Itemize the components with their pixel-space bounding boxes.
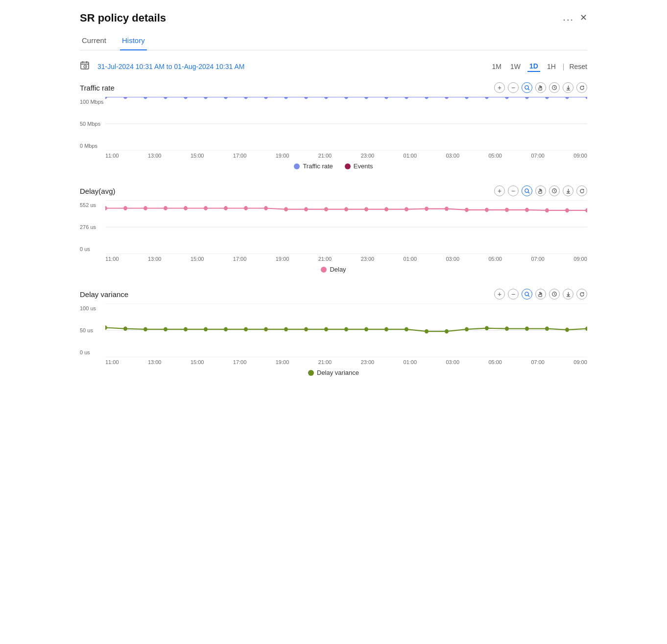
- svg-point-54: [105, 206, 107, 210]
- x-label: 01:00: [404, 153, 417, 159]
- svg-point-35: [445, 97, 449, 99]
- legend-item: Delay: [321, 266, 346, 273]
- chart-section-delay-avg: Delay(avg)+−552 us276 us0 us11:0013:0015…: [80, 185, 587, 273]
- time-button-traffic-rate[interactable]: [549, 82, 560, 93]
- x-label: 17:00: [233, 359, 247, 365]
- svg-line-84: [554, 294, 555, 295]
- x-label: 09:00: [573, 256, 587, 262]
- svg-point-23: [204, 97, 208, 99]
- legend-item: Delay variance: [308, 369, 359, 376]
- x-label: 15:00: [191, 359, 204, 365]
- x-label: 17:00: [233, 256, 247, 262]
- svg-point-73: [485, 207, 489, 212]
- magnify-button-delay-variance[interactable]: [522, 289, 532, 299]
- y-label: 0 us: [80, 246, 105, 252]
- download-button-delay-avg[interactable]: [563, 185, 573, 196]
- svg-point-66: [344, 207, 348, 211]
- svg-point-91: [123, 326, 127, 331]
- preset-1h[interactable]: 1H: [545, 62, 558, 71]
- x-label: 07:00: [531, 153, 545, 159]
- chart-controls-delay-variance: +−: [494, 289, 587, 299]
- zoom-in-button-delay-avg[interactable]: +: [494, 185, 505, 196]
- svg-point-59: [204, 206, 208, 210]
- tab-current[interactable]: Current: [80, 32, 108, 50]
- svg-point-77: [565, 208, 569, 213]
- zoom-out-button-delay-avg[interactable]: −: [508, 185, 519, 196]
- pan-button-traffic-rate[interactable]: [535, 82, 546, 93]
- x-label: 05:00: [488, 153, 502, 159]
- legend-item: Traffic rate: [294, 162, 333, 170]
- y-axis-traffic-rate: 100 Mbps50 Mbps0 Mbps: [80, 97, 105, 151]
- svg-point-43: [524, 188, 528, 192]
- svg-point-69: [405, 207, 408, 211]
- svg-point-110: [505, 326, 509, 331]
- time-button-delay-avg[interactable]: [549, 185, 560, 196]
- x-label: 23:00: [361, 153, 375, 159]
- magnify-button-traffic-rate[interactable]: [522, 82, 532, 93]
- svg-line-8: [528, 89, 529, 90]
- svg-point-70: [425, 207, 429, 211]
- chart-area-delay-variance: 100 us50 us0 us: [80, 303, 587, 357]
- svg-point-75: [525, 207, 529, 212]
- preset-1m[interactable]: 1M: [490, 62, 503, 71]
- svg-point-37: [485, 97, 489, 99]
- legend-label: Events: [354, 162, 373, 170]
- chart-header-delay-variance: Delay variance+−: [80, 289, 587, 299]
- legend-label: Traffic rate: [303, 162, 333, 170]
- panel-actions: ... ✕: [563, 12, 587, 23]
- x-label: 11:00: [105, 359, 119, 365]
- magnify-button-delay-avg[interactable]: [522, 185, 532, 196]
- refresh-button-delay-variance[interactable]: [576, 289, 587, 299]
- svg-point-79: [524, 292, 528, 295]
- refresh-button-delay-avg[interactable]: [576, 185, 587, 196]
- more-icon[interactable]: ...: [563, 12, 574, 23]
- svg-line-80: [528, 295, 529, 297]
- chart-svg-delay-avg: [105, 200, 587, 254]
- x-label: 03:00: [446, 256, 460, 262]
- svg-point-18: [105, 97, 107, 99]
- svg-point-64: [304, 207, 308, 211]
- tab-history[interactable]: History: [120, 32, 147, 50]
- download-button-traffic-rate[interactable]: [563, 82, 573, 93]
- svg-point-67: [364, 207, 368, 211]
- svg-point-58: [184, 206, 188, 210]
- download-button-delay-variance[interactable]: [563, 289, 573, 299]
- svg-point-107: [445, 329, 449, 334]
- panel-title: SR policy details: [80, 12, 166, 24]
- reset-button[interactable]: Reset: [569, 63, 587, 70]
- zoom-in-button-traffic-rate[interactable]: +: [494, 82, 505, 93]
- preset-1d[interactable]: 1D: [527, 61, 540, 72]
- svg-point-96: [224, 327, 228, 331]
- svg-point-95: [204, 327, 208, 331]
- preset-1w[interactable]: 1W: [508, 62, 523, 71]
- time-range-text[interactable]: 31-Jul-2024 10:31 AM to 01-Aug-2024 10:3…: [97, 63, 244, 70]
- chart-legend-delay-avg: Delay: [80, 266, 587, 273]
- pan-button-delay-variance[interactable]: [535, 289, 546, 299]
- x-label: 05:00: [488, 256, 502, 262]
- close-icon[interactable]: ✕: [580, 12, 587, 23]
- svg-point-55: [123, 206, 127, 210]
- calendar-clock-icon: [80, 60, 90, 70]
- svg-point-39: [525, 97, 529, 99]
- svg-point-40: [545, 97, 549, 99]
- legend-label: Delay: [330, 266, 346, 273]
- svg-point-33: [405, 97, 408, 99]
- x-label: 11:00: [105, 153, 119, 159]
- time-presets: 1M 1W 1D 1H | Reset: [490, 61, 587, 72]
- y-label: 552 us: [80, 202, 105, 208]
- x-label: 23:00: [361, 359, 375, 365]
- svg-line-48: [554, 191, 555, 191]
- pan-button-delay-avg[interactable]: [535, 185, 546, 196]
- x-label: 11:00: [105, 256, 119, 262]
- x-label: 21:00: [318, 256, 332, 262]
- chart-controls-traffic-rate: +−: [494, 82, 587, 93]
- svg-point-24: [224, 97, 228, 99]
- zoom-in-button-delay-variance[interactable]: +: [494, 289, 505, 299]
- x-label: 07:00: [531, 256, 545, 262]
- zoom-out-button-delay-variance[interactable]: −: [508, 289, 519, 299]
- zoom-out-button-traffic-rate[interactable]: −: [508, 82, 519, 93]
- chart-area-delay-avg: 552 us276 us0 us: [80, 200, 587, 254]
- refresh-button-traffic-rate[interactable]: [576, 82, 587, 93]
- time-button-delay-variance[interactable]: [549, 289, 560, 299]
- x-label: 23:00: [361, 256, 375, 262]
